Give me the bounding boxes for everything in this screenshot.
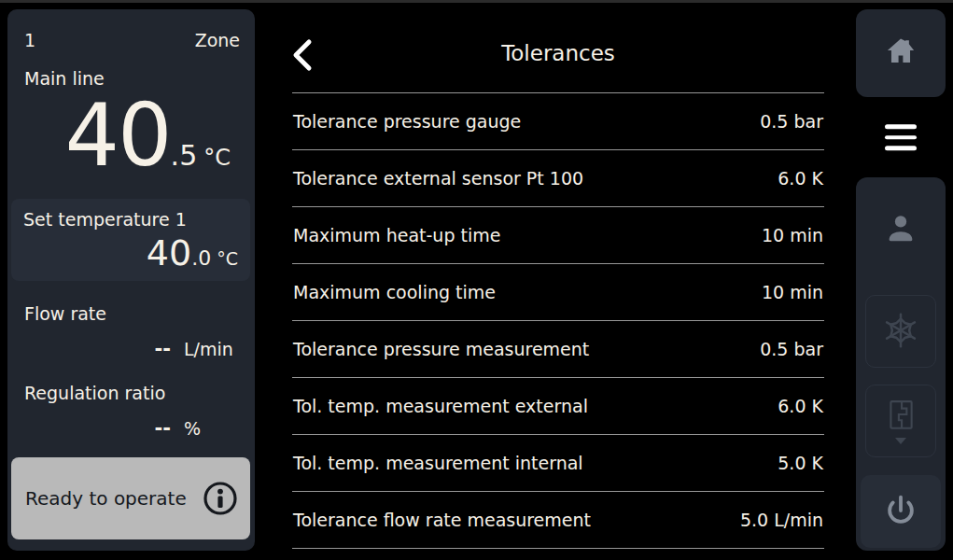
power-button[interactable]: [861, 475, 941, 548]
tolerance-row-value: 10 min: [762, 282, 824, 302]
snowflake-icon: [879, 309, 922, 355]
regulation-ratio-row: -- %: [22, 417, 249, 440]
flow-rate-label: Flow rate: [24, 303, 106, 324]
tolerance-row-label: Tol. temp. measurement internal: [292, 453, 583, 473]
sidebar-lower-section: [856, 177, 946, 551]
hamburger-menu-icon: [885, 124, 917, 150]
tolerance-row[interactable]: Tol. temp. measurement internal 5.0 K: [292, 435, 824, 492]
tolerance-row[interactable]: Tolerance flow rate measurement 5.0 L/mi…: [292, 492, 824, 549]
regulation-ratio-value: --: [155, 417, 171, 440]
sidebar: [856, 9, 946, 551]
set-temperature-unit: °C: [217, 248, 238, 269]
sidebar-item-user[interactable]: [883, 211, 918, 246]
zone-header: 1 Zone: [24, 30, 240, 50]
tolerance-row-label: Tolerance pressure gauge: [292, 111, 521, 132]
tolerance-row-label: Maximum cooling time: [292, 282, 496, 302]
zone-number: 1: [24, 30, 35, 50]
tolerance-row[interactable]: Tolerance pressure gauge 0.5 bar: [292, 93, 824, 150]
chevron-down-icon: [895, 438, 906, 444]
tolerances-list: Tolerance pressure gauge 0.5 bar Toleran…: [292, 92, 824, 549]
zone-panel: 1 Zone Main line 40 .5 °C Set temperatur…: [7, 9, 255, 551]
sidebar-item-menu-active[interactable]: [828, 97, 939, 177]
regulation-ratio-label: Regulation ratio: [24, 383, 165, 403]
flow-rate-value: --: [155, 338, 171, 360]
actual-temperature-frac: .5: [171, 139, 198, 172]
actual-temperature: 40 .5 °C: [22, 90, 231, 183]
main-content: Tolerances Tolerance pressure gauge 0.5 …: [255, 0, 856, 560]
actual-temperature-int: 40: [65, 90, 171, 183]
set-temperature-int: 40: [147, 234, 191, 272]
power-icon: [883, 493, 918, 531]
tolerance-row-label: Tolerance flow rate measurement: [292, 510, 591, 530]
status-card[interactable]: Ready to operate: [11, 457, 250, 539]
cooling-button[interactable]: [865, 295, 936, 368]
set-temperature-frac: .0: [191, 246, 211, 270]
tolerance-row-value: 0.5 bar: [760, 111, 824, 132]
tolerance-row-label: Tolerance pressure measurement: [292, 339, 589, 359]
module-selector-icon: [884, 399, 918, 435]
flow-rate-unit: L/min: [184, 339, 249, 359]
actual-temperature-unit: °C: [203, 145, 231, 171]
tolerance-row[interactable]: Maximum cooling time 10 min: [292, 264, 824, 321]
tolerance-row-label: Maximum heat-up time: [292, 225, 500, 245]
flow-rate-row: -- L/min: [22, 338, 249, 360]
sidebar-item-home[interactable]: [856, 9, 946, 97]
info-icon: [202, 480, 239, 517]
set-temperature-value: 40 .0 °C: [147, 234, 238, 272]
tolerance-row[interactable]: Tol. temp. measurement external 6.0 K: [292, 378, 824, 435]
tolerance-row-value: 6.0 K: [778, 168, 824, 189]
tolerance-row[interactable]: Tolerance external sensor Pt 100 6.0 K: [292, 150, 824, 207]
set-temperature-label: Set temperature 1: [23, 209, 187, 230]
tolerance-row-value: 5.0 L/min: [740, 510, 824, 530]
status-label: Ready to operate: [25, 487, 187, 510]
regulation-ratio-unit: %: [184, 418, 249, 439]
tolerance-row-value: 5.0 K: [778, 453, 824, 473]
tolerance-row-label: Tolerance external sensor Pt 100: [292, 168, 583, 189]
home-icon: [883, 35, 918, 72]
module-selector-button[interactable]: [865, 385, 936, 457]
tolerance-row[interactable]: Maximum heat-up time 10 min: [292, 207, 824, 264]
page-title: Tolerances: [292, 41, 824, 65]
tolerance-row[interactable]: Tolerance pressure measurement 0.5 bar: [292, 321, 824, 378]
tolerance-row-value: 6.0 K: [778, 396, 824, 416]
tolerance-row-value: 0.5 bar: [760, 339, 824, 359]
set-temperature-card[interactable]: Set temperature 1 40 .0 °C: [11, 199, 250, 281]
zone-label: Zone: [195, 30, 240, 50]
tolerance-row-value: 10 min: [762, 225, 824, 245]
user-icon: [883, 232, 918, 250]
tolerance-row-label: Tol. temp. measurement external: [292, 396, 588, 416]
